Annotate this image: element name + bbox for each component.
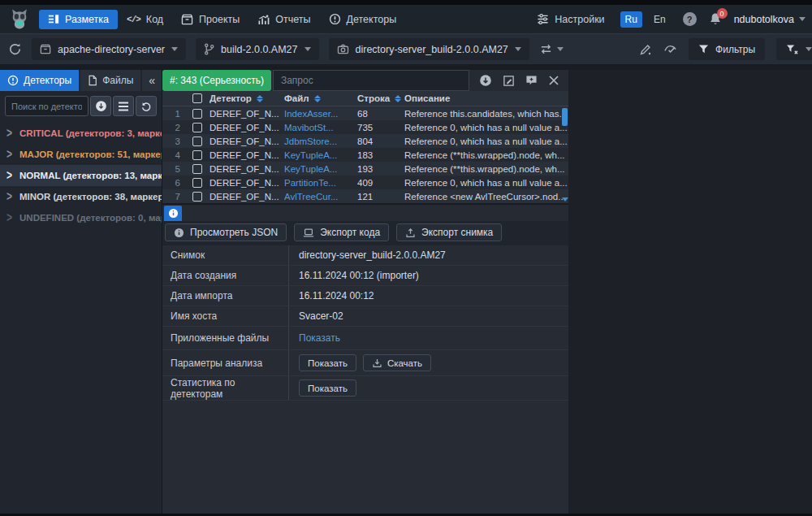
branch-select[interactable]: build-2.0.0.AM27 <box>196 38 319 60</box>
nav-reports[interactable]: Отчеты <box>248 10 319 29</box>
sort-icon[interactable] <box>314 95 321 102</box>
snapshot-select[interactable]: directory-server_build-2.0.0.AM27 <box>329 38 529 60</box>
table-row[interactable]: 4 DEREF_OF_N... KeyTupleA... 183 Referen… <box>162 148 568 162</box>
markers-panel: #: 343 (Серьезность) <box>162 70 568 514</box>
detail-label: Параметры анализа <box>162 350 289 375</box>
nav-markup[interactable]: Разметка <box>39 10 118 29</box>
query-input[interactable] <box>273 70 469 91</box>
detail-row-snapshot: Снимок directory-server_build-2.0.0.AM27 <box>162 245 568 266</box>
severity-group-undefined[interactable]: > UNDEFINED (детекторов: 0, марк... <box>0 207 162 228</box>
compare-button[interactable] <box>539 43 564 55</box>
nav-projects[interactable]: Проекты <box>172 10 248 29</box>
detail-value: directory-server_build-2.0.0.AM27 <box>289 245 568 265</box>
tab-detectors[interactable]: Детекторы <box>0 70 79 91</box>
table-row[interactable]: 5 DEREF_OF_N... KeyTupleA... 193 Referen… <box>162 162 568 176</box>
lang-ru-button[interactable]: Ru <box>620 11 642 28</box>
row-checkbox[interactable] <box>192 123 202 132</box>
detail-row-host: Имя хоста Svacer-02 <box>162 306 568 327</box>
file-link[interactable]: JdbmStore... <box>284 137 357 146</box>
row-checkbox[interactable] <box>192 137 202 146</box>
export-snapshot-button[interactable]: Экспорт снимка <box>396 223 502 241</box>
severity-group-normal[interactable]: > NORMAL (детекторов: 13, марке... <box>0 165 162 186</box>
settings-label: Настройки <box>555 14 604 25</box>
download-icon <box>372 358 382 368</box>
reset-button[interactable] <box>136 96 157 116</box>
upload-icon <box>405 228 416 238</box>
filters-button[interactable]: Фильтры <box>689 38 765 60</box>
notifications-button[interactable]: 0 <box>709 12 722 26</box>
export-code-button[interactable]: Экспорт кода <box>294 223 389 241</box>
nav-code[interactable]: </> Код <box>118 10 172 29</box>
close-icon[interactable] <box>544 72 564 89</box>
detail-row-detector-stats: Статистика по детекторам Показать <box>162 376 568 401</box>
row-number: 4 <box>162 150 185 160</box>
funnel-x-icon <box>786 44 799 55</box>
row-number: 7 <box>162 192 185 202</box>
help-icon[interactable]: ? <box>683 12 697 26</box>
row-checkbox[interactable] <box>192 150 202 160</box>
edit-query-button[interactable] <box>499 72 518 89</box>
sort-icon[interactable] <box>257 95 263 102</box>
table-row[interactable]: 3 DEREF_OF_N... JdbmStore... 804 Referen… <box>162 134 568 148</box>
detectors-sidebar: Детекторы Файлы « <box>0 70 162 514</box>
nav-reports-label: Отчеты <box>275 14 310 25</box>
snapshot-details-table: Снимок directory-server_build-2.0.0.AM27… <box>162 245 568 401</box>
marker-edit-icon[interactable] <box>639 43 652 56</box>
group-list-button[interactable] <box>113 96 134 116</box>
detector-search-input[interactable] <box>5 96 89 116</box>
column-header-detector[interactable]: Детектор <box>209 93 284 103</box>
row-checkbox[interactable] <box>192 164 202 174</box>
nav-detectors[interactable]: Детекторы <box>320 9 406 29</box>
file-link[interactable]: IndexAsser... <box>284 109 357 119</box>
refresh-button[interactable] <box>8 42 22 56</box>
scrollbar-down-arrow[interactable] <box>562 197 568 202</box>
show-stats-button[interactable]: Показать <box>299 379 356 397</box>
export-snapshot-label: Экспорт снимка <box>421 227 493 238</box>
file-link[interactable]: PartitionTe... <box>284 178 357 188</box>
file-link[interactable]: MavibotSt... <box>284 123 357 132</box>
camera-icon <box>337 44 349 54</box>
settings-button[interactable]: Настройки <box>533 9 607 29</box>
table-row[interactable]: 1 DEREF_OF_N... IndexAsser... 68 Referen… <box>162 106 568 120</box>
row-checkbox[interactable] <box>192 192 202 202</box>
view-json-button[interactable]: Просмотреть JSON <box>165 223 287 241</box>
nav-code-label: Код <box>146 14 163 25</box>
collapse-sidebar-button[interactable]: « <box>142 70 162 91</box>
file-link[interactable]: AvlTreeCur... <box>284 192 357 202</box>
review-check-icon[interactable] <box>663 43 677 55</box>
scrollbar-thumb[interactable] <box>562 108 568 126</box>
severity-group-critical[interactable]: > CRITICAL (детекторов: 3, маркер... <box>0 123 162 144</box>
description-cell: Reference this.candidates, which has... <box>404 109 568 119</box>
severity-group-major[interactable]: > MAJOR (детекторов: 51, маркер... <box>0 144 162 165</box>
sort-order-button[interactable] <box>90 96 111 116</box>
show-params-button[interactable]: Показать <box>299 354 356 371</box>
user-menu[interactable]: ndubotolkova <box>734 14 806 25</box>
project-select-value: apache-directory-server <box>58 44 165 55</box>
row-checkbox[interactable] <box>192 109 202 119</box>
tab-snapshot-info[interactable] <box>164 206 182 221</box>
table-scrollbar[interactable] <box>562 108 568 202</box>
sort-button[interactable] <box>476 72 495 89</box>
file-link[interactable]: KeyTupleA... <box>284 164 357 174</box>
table-row[interactable]: 7 DEREF_OF_N... AvlTreeCur... 121 Refere… <box>162 189 568 203</box>
severity-list: > CRITICAL (детекторов: 3, маркер... > M… <box>0 123 162 228</box>
column-header-description[interactable]: Описание <box>404 93 568 103</box>
show-attachments-link[interactable]: Показать <box>299 332 340 344</box>
severity-group-minor[interactable]: > MINOR (детекторов: 38, маркер... <box>0 186 162 207</box>
info-icon <box>174 228 184 238</box>
comment-add-button[interactable] <box>521 72 541 89</box>
column-header-line[interactable]: Строка <box>357 93 404 103</box>
table-row[interactable]: 6 DEREF_OF_N... PartitionTe... 409 Refer… <box>162 176 568 189</box>
select-all-checkbox[interactable] <box>192 93 202 103</box>
sort-icon[interactable] <box>395 95 401 102</box>
project-select[interactable]: apache-directory-server <box>32 38 186 60</box>
lang-en-button[interactable]: En <box>649 11 671 28</box>
column-header-file[interactable]: Файл <box>284 93 357 103</box>
clear-filters-button[interactable] <box>776 38 812 60</box>
table-row[interactable]: 2 DEREF_OF_N... MavibotSt... 735 Referen… <box>162 120 568 134</box>
detail-value: Svacer-02 <box>289 306 568 326</box>
file-link[interactable]: KeyTupleA... <box>284 150 357 160</box>
download-params-button[interactable]: Скачать <box>363 354 431 371</box>
row-checkbox[interactable] <box>192 178 202 188</box>
tab-files[interactable]: Файлы <box>80 70 140 91</box>
